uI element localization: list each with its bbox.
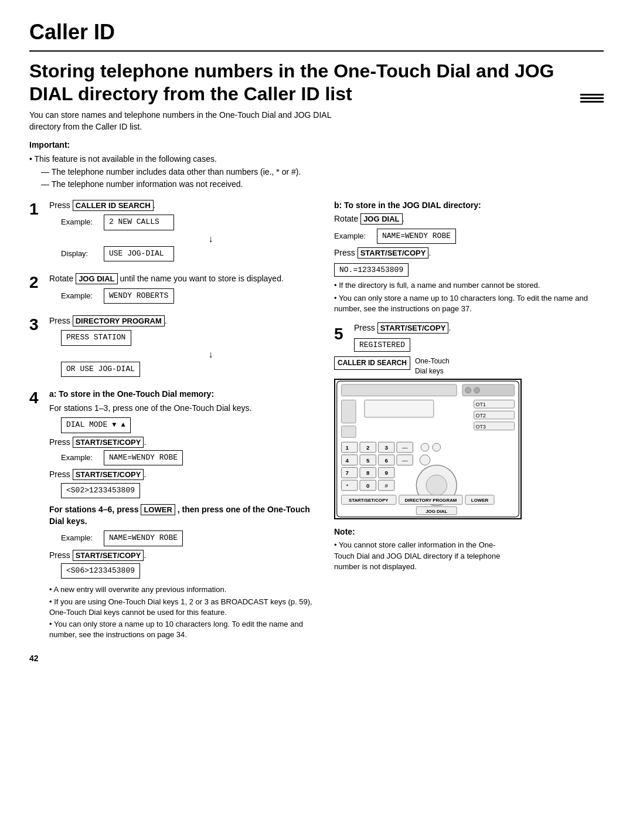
step-2-number: 2 (29, 274, 43, 291)
caller-id-header: Caller ID (29, 18, 604, 47)
note-bullets: You cannot store caller information in t… (334, 540, 510, 572)
svg-text:5: 5 (366, 457, 370, 463)
step-b-text: Rotate JOG DIAL. (334, 213, 604, 225)
left-column: 1 Press CALLER ID SEARCH. Example: 2 NEW… (29, 200, 322, 665)
svg-text:OT2: OT2 (476, 413, 486, 419)
step-4-press1: Press START/SET/COPY. (49, 437, 322, 448)
svg-rect-5 (342, 400, 356, 423)
svg-rect-33 (342, 467, 358, 478)
svg-text:8: 8 (366, 470, 370, 476)
example-label-b: Example: (334, 231, 372, 242)
start-set-copy-key-4b: START/SET/COPY (73, 469, 144, 480)
example-display-1: 2 NEW CALLS (104, 215, 174, 230)
caller-id-search-key: CALLER ID SEARCH (73, 200, 154, 211)
step-5-number: 5 (334, 322, 348, 345)
start-set-copy-key-5: START/SET/COPY (377, 322, 449, 334)
svg-point-3 (465, 387, 471, 393)
display-value-1: USE JOG-DIAL (104, 246, 174, 261)
one-touch-dial-label: One-Touch Dial keys (415, 356, 450, 376)
step-b-bullets: If the directory is full, a name and num… (334, 280, 604, 315)
display-s02: <S02>1233453809 (61, 483, 140, 498)
display-or-use-jog: OR USE JOG-DIAL (61, 362, 140, 377)
important-sub-bullet-2: The telephone number information was not… (41, 179, 604, 191)
svg-rect-6 (342, 426, 356, 437)
step-5-text: Press START/SET/COPY. (354, 322, 604, 334)
step-1-example: Example: 2 NEW CALLS (61, 215, 322, 230)
content-area: 1 Press CALLER ID SEARCH. Example: 2 NEW… (29, 200, 604, 665)
step-4a-label: a: To store in the One-Touch Dial memory… (49, 389, 322, 400)
step-5-display: REGISTERED (354, 338, 604, 351)
display-label-1: Display: (61, 249, 99, 259)
svg-text:#: # (384, 482, 388, 489)
arrow-down-1: ↓ (99, 233, 322, 246)
example-display-b: NAME=WENDY ROBE (377, 229, 456, 244)
note-bullet-1: You cannot store caller information in t… (334, 540, 510, 572)
important-section: Important: This feature is not available… (29, 140, 604, 190)
step-4-display-s02: <S02>1233453809 (61, 483, 322, 498)
step-1: 1 Press CALLER ID SEARCH. Example: 2 NEW… (29, 200, 322, 264)
note-section: Note: You cannot store caller informatio… (334, 526, 604, 572)
svg-rect-24 (342, 455, 358, 465)
step-4-press2: Press START/SET/COPY. (49, 469, 322, 481)
page-number: 42 (29, 653, 322, 665)
important-bullets: This feature is not available in the fol… (29, 154, 604, 191)
example-display-2: WENDY ROBERTS (104, 288, 174, 304)
svg-point-46 (426, 475, 447, 495)
step-2-text: Rotate JOG DIAL until the name you want … (49, 273, 322, 285)
svg-text:*: * (346, 482, 348, 489)
display-no: NO.=1233453809 (334, 263, 409, 277)
caller-id-search-diagram-label: CALLER ID SEARCH (334, 356, 410, 370)
important-sub-bullet-1: The telephone number includes data other… (41, 166, 604, 178)
intro-text: You can store names and telephone number… (29, 110, 358, 132)
start-set-copy-key-4c: START/SET/COPY (73, 550, 144, 561)
step-5: 5 Press START/SET/COPY. REGISTERED (334, 322, 604, 351)
step-b: b: To store in the JOG DIAL directory: R… (334, 200, 604, 315)
phone-diagram-wrap: CALLER ID SEARCH One-Touch Dial keys (334, 356, 522, 519)
step-4-display-s06: <S06>1233453809 (61, 563, 322, 579)
step-2: 2 Rotate JOG DIAL until the name you wan… (29, 273, 322, 306)
step-3: 3 Press DIRECTORY PROGRAM. PRESS STATION… (29, 315, 322, 379)
example-display-4a: NAME=WENDY ROBE (104, 450, 183, 465)
svg-text:DIRECTORY PROGRAM: DIRECTORY PROGRAM (404, 498, 457, 503)
svg-text:0: 0 (366, 482, 370, 489)
step-b-example: Example: NAME=WENDY ROBE (334, 229, 604, 244)
example-label-4a: Example: (61, 453, 99, 463)
step-4-content: a: To store in the One-Touch Dial memory… (49, 389, 322, 641)
directory-program-key-3: DIRECTORY PROGRAM (73, 315, 165, 327)
step-4-for-stations: For stations 4–6, press LOWER , then pre… (49, 504, 322, 527)
svg-text:—: — (402, 457, 408, 463)
phone-diagram-svg: OT1 OT2 OT3 1 2 3 — (334, 379, 522, 519)
step-2-content: Rotate JOG DIAL until the name you want … (49, 273, 322, 306)
step-3-number: 3 (29, 317, 43, 333)
svg-text:JOG DIAL: JOG DIAL (426, 509, 447, 514)
svg-text:OT3: OT3 (476, 423, 486, 429)
svg-text:7: 7 (346, 470, 349, 476)
svg-point-22 (421, 443, 429, 451)
svg-text:6: 6 (384, 457, 388, 463)
step-4-number: 4 (29, 390, 43, 406)
step-4-example2: Example: NAME=WENDY ROBE (61, 530, 322, 546)
step-4-press3: Press START/SET/COPY. (49, 550, 322, 562)
step-4-bullet-2: If you are using One-Touch Dial keys 1, … (49, 597, 322, 618)
svg-text:—: — (402, 444, 408, 451)
svg-text:LOWER: LOWER (471, 498, 489, 503)
step-4-example1: Example: NAME=WENDY ROBE (61, 450, 322, 465)
svg-text:OT1: OT1 (476, 402, 486, 407)
step-1-content: Press CALLER ID SEARCH. Example: 2 NEW C… (49, 200, 322, 264)
svg-point-23 (433, 443, 441, 451)
display-registered: REGISTERED (354, 338, 410, 352)
svg-text:9: 9 (384, 470, 388, 476)
example-label-2: Example: (61, 291, 99, 301)
step-4-bullet-1: A new entry will overwrite any previous … (49, 584, 322, 595)
important-label: Important: (29, 140, 604, 151)
right-column: b: To store in the JOG DIAL directory: R… (334, 200, 604, 665)
step-b-label: b: To store in the JOG DIAL directory: (334, 200, 604, 212)
step-b-press: Press START/SET/COPY. (334, 247, 604, 259)
step-4-bullets: A new entry will overwrite any previous … (49, 584, 322, 640)
step-b-bullet-1: If the directory is full, a name and num… (334, 280, 604, 291)
svg-text:2: 2 (366, 444, 370, 451)
step-b-display: NO.=1233453809 (334, 263, 604, 276)
example-label-1: Example: (61, 217, 99, 227)
step-5-content: Press START/SET/COPY. REGISTERED (354, 322, 604, 351)
note-label: Note: (334, 526, 604, 538)
